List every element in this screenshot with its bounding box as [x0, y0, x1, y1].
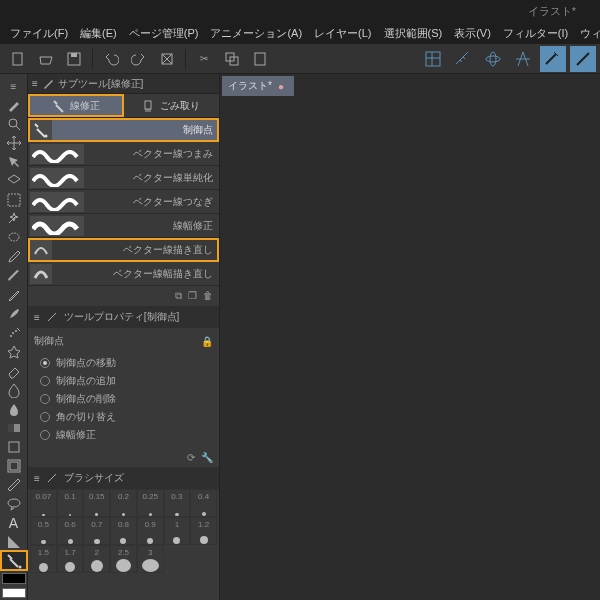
decoration-tool-icon[interactable]	[2, 344, 26, 361]
fg-color-swatch[interactable]	[2, 573, 26, 583]
eyedropper-tool-icon[interactable]	[2, 249, 26, 266]
undo-icon[interactable]	[99, 47, 123, 71]
fill-tool-icon[interactable]	[2, 400, 26, 417]
subtool-line-width[interactable]: 線幅修正	[28, 214, 219, 238]
opt-move[interactable]: 制御点の移動	[34, 354, 213, 372]
cut-icon[interactable]: ✂	[192, 47, 216, 71]
add-subtool-icon[interactable]: ⧉	[175, 290, 182, 302]
menu-filter[interactable]: フィルター(I)	[497, 24, 574, 43]
brush-size-cell[interactable]: 1.7	[57, 545, 84, 573]
bg-color-swatch[interactable]	[2, 588, 26, 598]
menu-layer[interactable]: レイヤー(L)	[308, 24, 377, 43]
snap-line-icon[interactable]	[540, 46, 566, 72]
menu-selection[interactable]: 選択範囲(S)	[378, 24, 449, 43]
paste-icon[interactable]	[248, 47, 272, 71]
blend-tool-icon[interactable]	[2, 382, 26, 399]
brush-size-cell[interactable]: 1.5	[30, 545, 57, 573]
ruler-tool-icon[interactable]	[2, 476, 26, 493]
copy-icon[interactable]	[220, 47, 244, 71]
opt-corner[interactable]: 角の切り替え	[34, 408, 213, 426]
brush-tool-icon[interactable]	[2, 97, 26, 114]
delete-subtool-icon[interactable]: 🗑	[203, 290, 213, 302]
redo-icon[interactable]	[127, 47, 151, 71]
brush-size-cell[interactable]: 1	[164, 517, 191, 545]
pen-tool-icon[interactable]	[2, 268, 26, 285]
brush-size-cell[interactable]: 0.07	[30, 489, 57, 517]
menu-page[interactable]: ページ管理(P)	[123, 24, 205, 43]
titlebar: イラスト*	[0, 0, 600, 22]
brush-size-cell[interactable]: 1.2	[190, 517, 217, 545]
opt-width[interactable]: 線幅修正	[34, 426, 213, 444]
brush-size-cell[interactable]: 0.5	[30, 517, 57, 545]
snap-angle-icon[interactable]	[570, 46, 596, 72]
marquee-tool-icon[interactable]	[2, 192, 26, 209]
menu-animation[interactable]: アニメーション(A)	[204, 24, 308, 43]
property-icon	[46, 311, 58, 323]
subtool-vector-redraw[interactable]: ベクター線描き直し	[28, 238, 219, 262]
move-tool-icon[interactable]	[2, 135, 26, 152]
duplicate-subtool-icon[interactable]: ❐	[188, 290, 197, 302]
canvas-tab[interactable]: イラスト* ●	[222, 76, 294, 96]
brush-size-cell[interactable]: 0.4	[190, 489, 217, 517]
balloon-tool-icon[interactable]	[2, 495, 26, 512]
menu-view[interactable]: 表示(V)	[448, 24, 497, 43]
snap-perspective-icon[interactable]	[480, 46, 506, 72]
figure-tool-icon[interactable]	[2, 438, 26, 455]
snap-ruler-icon[interactable]	[450, 46, 476, 72]
canvas-area[interactable]: イラスト* ●	[220, 74, 600, 600]
gradient2-tool-icon[interactable]	[2, 533, 26, 550]
subtool-control-point[interactable]: 制御点	[28, 118, 219, 142]
open-icon[interactable]	[34, 47, 58, 71]
brush-size-cell[interactable]: 0.7	[83, 517, 110, 545]
brush2-tool-icon[interactable]	[2, 306, 26, 323]
lock-icon[interactable]: 🔒	[201, 336, 213, 347]
subtool-vector-simplify[interactable]: ベクター線単純化	[28, 166, 219, 190]
brush-size-cell[interactable]: 2.5	[110, 545, 137, 573]
property-body: 制御点 🔒 制御点の移動 制御点の追加 制御点の削除 角の切り替え 線幅修正	[28, 328, 219, 448]
menu-file[interactable]: ファイル(F)	[4, 24, 74, 43]
subtool-vector-pinch[interactable]: ベクター線つまみ	[28, 142, 219, 166]
snap-grid-icon[interactable]	[420, 46, 446, 72]
tab-line-correct[interactable]: 線修正	[28, 94, 124, 117]
brush-size-cell[interactable]: 0.9	[137, 517, 164, 545]
brush-size-cell[interactable]: 0.8	[110, 517, 137, 545]
brush-size-cell[interactable]: 0.2	[110, 489, 137, 517]
grip-icon[interactable]: ≡	[32, 78, 38, 89]
grip-icon[interactable]: ≡	[34, 312, 40, 323]
subtool-vector-connect[interactable]: ベクター線つなぎ	[28, 190, 219, 214]
menu-edit[interactable]: 編集(E)	[74, 24, 123, 43]
lasso-tool-icon[interactable]	[2, 230, 26, 247]
brush-size-cell[interactable]: 0.15	[83, 489, 110, 517]
opt-add[interactable]: 制御点の追加	[34, 372, 213, 390]
svg-rect-7	[426, 52, 440, 66]
brush-size-cell[interactable]: 2	[83, 545, 110, 573]
brush-size-cell[interactable]: 0.6	[57, 517, 84, 545]
new-icon[interactable]	[6, 47, 30, 71]
snap-special-icon[interactable]	[510, 46, 536, 72]
brush-size-cell[interactable]: 3	[137, 545, 164, 573]
pencil-tool-icon[interactable]	[2, 287, 26, 304]
move-layer-tool-icon[interactable]	[2, 173, 26, 190]
magnifier-tool-icon[interactable]	[2, 116, 26, 133]
grip-icon[interactable]: ≡	[2, 78, 26, 95]
brush-size-cell[interactable]: 0.25	[137, 489, 164, 517]
save-icon[interactable]	[62, 47, 86, 71]
brush-size-cell[interactable]: 0.1	[57, 489, 84, 517]
eraser-tool-icon[interactable]	[2, 363, 26, 380]
tab-dust-clean[interactable]: ごみ取り	[124, 94, 220, 117]
operation-tool-icon[interactable]	[2, 154, 26, 171]
subtool-vector-width-redraw[interactable]: ベクター線幅描き直し	[28, 262, 219, 286]
reset-icon[interactable]: ⟳	[187, 452, 195, 463]
grip-icon[interactable]: ≡	[34, 473, 40, 484]
brush-size-cell[interactable]: 0.3	[164, 489, 191, 517]
frame-tool-icon[interactable]	[2, 457, 26, 474]
airbrush-tool-icon[interactable]	[2, 325, 26, 342]
delete-icon[interactable]	[155, 47, 179, 71]
gradient-tool-icon[interactable]	[2, 419, 26, 436]
menu-window[interactable]: ウィンドウ(W)	[574, 24, 600, 43]
wand-tool-icon[interactable]	[2, 211, 26, 228]
wrench-icon[interactable]: 🔧	[201, 452, 213, 463]
opt-delete[interactable]: 制御点の削除	[34, 390, 213, 408]
correct-line-tool-icon[interactable]	[2, 552, 26, 569]
text-tool-icon[interactable]: A	[2, 514, 26, 531]
